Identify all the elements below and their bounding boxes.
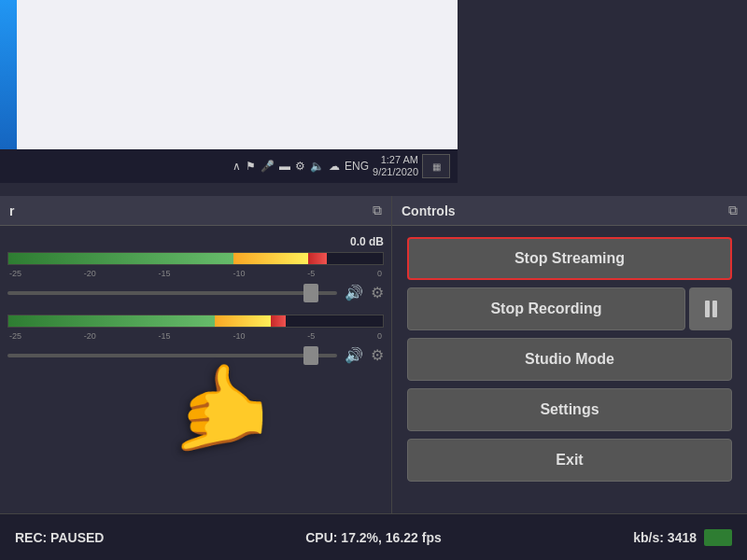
studio-mode-row: Studio Mode — [407, 338, 732, 381]
studio-mode-button[interactable]: Studio Mode — [407, 338, 732, 381]
channel-1-gear-icon[interactable]: ⚙ — [371, 284, 384, 301]
channel-1-controls: 🔊 ⚙ — [7, 284, 384, 301]
stop-streaming-row: Stop Streaming — [407, 237, 732, 280]
meter-red-2 — [271, 315, 286, 327]
channel-1-volume-icon[interactable]: 🔊 — [345, 284, 363, 301]
settings-row: Settings — [407, 388, 732, 431]
stop-recording-row: Stop Recording — [407, 287, 732, 330]
left-panel-header: r ⧉ — [0, 196, 391, 226]
left-panel-expand-icon[interactable]: ⧉ — [373, 203, 382, 218]
hand-cursor-overlay: 🤙 — [168, 359, 273, 457]
preview-content-area — [17, 0, 458, 149]
scale-label-25: -25 — [9, 269, 21, 278]
scale-label-5-2: -5 — [307, 331, 315, 341]
channel-1-meter — [7, 252, 384, 265]
taskbar-icon-up: ∧ — [233, 160, 241, 173]
scale-label-0-2: 0 — [377, 331, 382, 341]
pause-recording-button[interactable] — [689, 287, 732, 330]
meter-green-2 — [8, 315, 215, 327]
taskbar-icon-window: ▬ — [279, 160, 290, 173]
preview-blue-sidebar — [0, 0, 17, 149]
taskbar-icon-lang: ENG — [345, 160, 369, 173]
taskbar-icon-mic: 🎤 — [261, 160, 275, 173]
scale-label-25-2: -25 — [9, 331, 21, 341]
channel-2-gear-icon[interactable]: ⚙ — [371, 346, 384, 364]
meter-red — [308, 253, 327, 264]
pause-bar-right — [712, 301, 717, 317]
channel-2-scale-labels: -25 -20 -15 -10 -5 0 — [7, 331, 384, 341]
connection-indicator — [704, 529, 732, 546]
audio-channel-1: 0.0 dB -25 -20 -15 -10 -5 0 — [7, 235, 384, 301]
channel-2-fader-handle[interactable] — [303, 346, 318, 365]
rec-status: REC: PAUSED — [15, 530, 254, 545]
taskbar-time: 1:27 AM 9/21/2020 — [373, 154, 418, 178]
kbps-label: kb/s: 3418 — [633, 530, 697, 545]
channel-2-meter-scale — [8, 315, 383, 327]
controls-expand-icon[interactable]: ⧉ — [728, 203, 738, 218]
channel-1-fader-track[interactable] — [7, 291, 337, 295]
scale-label-10-2: -10 — [233, 331, 245, 341]
taskbar-icon-cloud: ☁ — [329, 160, 340, 173]
channel-2-volume-icon[interactable]: 🔊 — [345, 346, 363, 364]
meter-yellow-2 — [215, 315, 271, 327]
cpu-fps-status: CPU: 17.2%, 16.22 fps — [254, 530, 493, 545]
scale-label-5: -5 — [307, 269, 315, 278]
channel-1-header: 0.0 dB — [7, 235, 384, 248]
taskbar-icon-settings: ⚙ — [295, 160, 305, 173]
scale-label-15: -15 — [159, 269, 171, 278]
main-content: r ⧉ 0.0 dB -25 -20 -15 — [0, 196, 747, 513]
scale-label-20-2: -20 — [84, 331, 96, 341]
meter-green — [8, 253, 233, 264]
controls-header: Controls ⧉ — [392, 196, 747, 226]
left-panel-title: r — [9, 203, 14, 218]
controls-buttons-area: Stop Streaming Stop Recording Studio Mod… — [392, 226, 747, 513]
kbps-status: kb/s: 3418 — [493, 529, 732, 546]
left-panel: r ⧉ 0.0 dB -25 -20 -15 — [0, 196, 392, 513]
settings-button[interactable]: Settings — [407, 388, 732, 431]
stop-streaming-button[interactable]: Stop Streaming — [407, 237, 732, 280]
right-panel: Controls ⧉ Stop Streaming Stop Recording… — [392, 196, 747, 513]
controls-title: Controls — [402, 203, 456, 218]
taskbar-icon-flag: ⚑ — [246, 160, 256, 173]
db-label: 0.0 dB — [350, 235, 384, 248]
audio-channel-2: -25 -20 -15 -10 -5 0 🔊 ⚙ — [7, 315, 384, 364]
taskbar-icon-speaker: 🔈 — [310, 160, 324, 173]
stop-recording-button[interactable]: Stop Recording — [407, 287, 685, 330]
exit-row: Exit — [407, 439, 732, 482]
channel-1-fader-handle[interactable] — [303, 284, 318, 302]
channel-1-scale-labels: -25 -20 -15 -10 -5 0 — [7, 269, 384, 278]
taskbar: ∧ ⚑ 🎤 ▬ ⚙ 🔈 ☁ ENG 1:27 AM 9/21/2020 ▦ — [0, 149, 458, 183]
scale-label-0: 0 — [377, 269, 382, 278]
channel-2-meter — [7, 315, 384, 328]
taskbar-tray: ▦ — [422, 154, 450, 178]
meter-yellow — [233, 253, 308, 264]
channel-1-meter-scale — [8, 253, 383, 264]
pause-bar-left — [705, 301, 710, 317]
exit-button[interactable]: Exit — [407, 439, 732, 482]
scale-label-10: -10 — [233, 269, 245, 278]
status-bar: REC: PAUSED CPU: 17.2%, 16.22 fps kb/s: … — [0, 513, 747, 560]
taskbar-system-icons: ∧ ⚑ 🎤 ▬ ⚙ 🔈 ☁ ENG — [233, 160, 369, 173]
preview-area: ∧ ⚑ 🎤 ▬ ⚙ 🔈 ☁ ENG 1:27 AM 9/21/2020 ▦ — [0, 0, 747, 196]
channel-2-fader-track[interactable] — [7, 354, 337, 357]
scale-label-15-2: -15 — [159, 331, 171, 341]
scale-label-20: -20 — [84, 269, 96, 278]
